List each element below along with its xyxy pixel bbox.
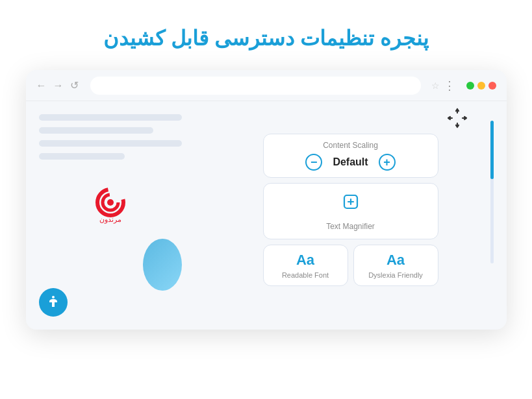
- accessibility-panel-area: Content Scaling − Default +: [195, 101, 507, 330]
- accessibility-icon: [45, 295, 61, 310]
- yellow-light[interactable]: [477, 82, 485, 90]
- page-content-area: ﻣﺮندون: [26, 101, 195, 330]
- content-line: [39, 153, 125, 160]
- refresh-button[interactable]: ↺: [70, 79, 79, 91]
- svg-text:ﻣﺮندون: ﻣﺮندون: [99, 215, 121, 224]
- browser-toolbar: ← → ↺ ☆ ⋮: [26, 70, 507, 101]
- svg-point-4: [52, 296, 55, 298]
- browser-window: ← → ↺ ☆ ⋮: [26, 70, 507, 330]
- dyslexia-font-symbol: Aa: [386, 252, 405, 269]
- font-cards-row: Aa Readable Font Aa Dyslexia Friendly: [263, 245, 438, 286]
- logo-area: ﻣﺮندون: [88, 183, 133, 228]
- content-line: [39, 114, 182, 121]
- scaling-value: Default: [333, 156, 368, 168]
- back-button[interactable]: ←: [36, 80, 47, 91]
- green-light[interactable]: [466, 82, 474, 90]
- text-magnifier-label: Text Magnifier: [326, 222, 375, 231]
- forward-button[interactable]: →: [53, 80, 64, 91]
- panel-scrollbar[interactable]: [490, 121, 494, 263]
- traffic-lights: [466, 82, 496, 90]
- scaling-decrease-button[interactable]: −: [305, 154, 322, 171]
- readable-font-label: Readable Font: [282, 271, 329, 279]
- bookmark-icon[interactable]: ☆: [431, 80, 440, 91]
- dyslexia-friendly-card[interactable]: Aa Dyslexia Friendly: [353, 245, 438, 286]
- content-line: [39, 127, 153, 134]
- toolbar-right: ☆ ⋮: [431, 79, 456, 93]
- content-lines: [39, 114, 182, 166]
- address-bar[interactable]: [90, 77, 421, 95]
- accessibility-button[interactable]: [39, 288, 68, 317]
- dyslexia-font-label: Dyslexia Friendly: [368, 271, 423, 279]
- drag-icon-svg: [447, 108, 468, 128]
- accessibility-panel: Content Scaling − Default +: [263, 134, 438, 286]
- content-scaling-title: Content Scaling: [323, 141, 378, 150]
- browser-content: ﻣﺮندون: [26, 101, 507, 330]
- scaling-increase-button[interactable]: +: [379, 154, 396, 171]
- menu-icon[interactable]: ⋮: [444, 79, 456, 93]
- text-magnifier-card[interactable]: Text Magnifier: [263, 183, 438, 239]
- red-light[interactable]: [488, 82, 496, 90]
- move-cursor-icon[interactable]: [447, 108, 468, 133]
- scrollbar-thumb: [490, 121, 494, 179]
- scaling-controls: − Default +: [305, 154, 395, 171]
- svg-point-2: [107, 199, 114, 206]
- readable-font-card[interactable]: Aa Readable Font: [263, 245, 348, 286]
- brand-logo: ﻣﺮندون: [88, 183, 133, 228]
- content-scaling-card: Content Scaling − Default +: [263, 134, 438, 178]
- content-line: [39, 140, 182, 147]
- magnifier-icon: [340, 191, 361, 217]
- decorative-blob: [143, 239, 182, 291]
- page-title: پنجره تنظیمات دسترسی قابل کشیدن: [103, 26, 429, 51]
- readable-font-symbol: Aa: [296, 252, 314, 269]
